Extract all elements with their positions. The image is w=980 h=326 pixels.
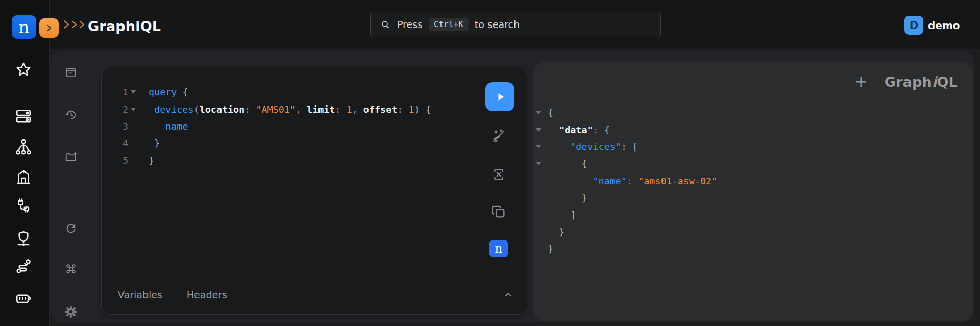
nautobot-plugin-button[interactable]: n bbox=[489, 240, 508, 257]
power-panel-icon[interactable] bbox=[14, 289, 33, 308]
code-text: } bbox=[137, 138, 160, 148]
keyboard-shortcuts-command-icon[interactable] bbox=[64, 262, 78, 275]
search-input[interactable]: Press Ctrl+K to search bbox=[370, 12, 661, 37]
avatar: D bbox=[904, 16, 923, 35]
code-text: } bbox=[548, 227, 565, 237]
tab-variables[interactable]: Variables bbox=[118, 289, 162, 300]
code-text: devices(location: "AMS01", limit: 1, off… bbox=[137, 104, 431, 115]
nautobot-graphiql-page: n GraphiQL Press Ctrl+K to search D demo bbox=[0, 0, 980, 326]
chevron-up-icon[interactable] bbox=[503, 290, 513, 300]
search-icon bbox=[380, 19, 391, 30]
code-text: "devices": [ bbox=[548, 141, 638, 152]
merge-fragments-icon[interactable] bbox=[490, 166, 507, 185]
editor-footer: Variables Headers bbox=[102, 275, 527, 314]
automation-route-icon[interactable] bbox=[14, 257, 33, 275]
prettify-query-icon[interactable] bbox=[490, 128, 507, 147]
code-line: "devices": [ bbox=[533, 138, 973, 155]
code-line: } bbox=[533, 240, 973, 257]
code-text: name bbox=[137, 121, 188, 132]
fold-toggle-icon[interactable] bbox=[536, 145, 548, 148]
organization-building-icon[interactable] bbox=[14, 168, 33, 186]
fold-toggle-icon[interactable] bbox=[129, 90, 137, 94]
fold-toggle-icon[interactable] bbox=[536, 111, 548, 114]
fold-toggle-icon[interactable] bbox=[536, 162, 548, 165]
code-line: { bbox=[533, 155, 973, 172]
response-viewer: { "data": { "devices": [ { "name": "ams0… bbox=[533, 62, 973, 321]
chevron-right-icon bbox=[44, 23, 54, 33]
page-title: GraphiQL bbox=[88, 18, 161, 34]
code-text: "name": "ams01-asw-02" bbox=[548, 175, 717, 186]
code-text: { bbox=[548, 107, 553, 118]
code-line: 3 name bbox=[102, 118, 476, 135]
query-editor[interactable]: 1query {2 devices(location: "AMS01", lim… bbox=[102, 84, 476, 169]
play-icon bbox=[493, 90, 507, 104]
code-line: } bbox=[533, 223, 973, 240]
docs-explorer-icon[interactable] bbox=[64, 66, 78, 79]
copy-query-icon[interactable] bbox=[490, 203, 507, 222]
code-text: "data": { bbox=[548, 124, 610, 135]
line-number: 5 bbox=[102, 155, 128, 166]
search-placeholder-after: to search bbox=[475, 19, 520, 30]
username: demo bbox=[928, 19, 960, 32]
app-sidebar bbox=[0, 0, 50, 326]
code-text: { bbox=[548, 158, 587, 169]
code-line: 5} bbox=[102, 152, 476, 169]
code-text: } bbox=[548, 192, 587, 203]
line-number: 1 bbox=[102, 87, 128, 97]
cables-connections-icon[interactable] bbox=[14, 196, 33, 215]
code-line: } bbox=[533, 189, 973, 206]
code-line: "name": "ams01-asw-02" bbox=[533, 172, 973, 189]
sidebar-toggle-button[interactable] bbox=[39, 18, 59, 38]
breadcrumb-marker bbox=[63, 19, 86, 30]
devices-racks-icon[interactable] bbox=[14, 107, 33, 126]
tab-headers[interactable]: Headers bbox=[187, 289, 227, 300]
fold-toggle-icon[interactable] bbox=[129, 108, 137, 111]
refetch-schema-icon[interactable] bbox=[64, 222, 78, 235]
query-editor-panel: 1query {2 devices(location: "AMS01", lim… bbox=[101, 67, 527, 315]
code-text: query { bbox=[137, 87, 188, 97]
network-topology-icon[interactable] bbox=[14, 138, 33, 156]
fold-toggle-icon[interactable] bbox=[536, 128, 548, 132]
user-menu[interactable]: D demo bbox=[904, 16, 960, 35]
search-hotkey-chip: Ctrl+K bbox=[429, 18, 469, 31]
search-placeholder-before: Press bbox=[397, 19, 423, 30]
code-text: ] bbox=[548, 210, 576, 220]
response-panel: + GraphiQL { "data": { "devices": [ { "n… bbox=[533, 62, 973, 321]
settings-gear-icon[interactable] bbox=[63, 304, 79, 319]
history-icon[interactable] bbox=[64, 108, 78, 121]
code-line: 4 } bbox=[102, 135, 476, 152]
line-number: 3 bbox=[102, 121, 128, 132]
saved-queries-folder-plus-icon[interactable] bbox=[64, 151, 78, 164]
code-line: 1query { bbox=[102, 84, 476, 101]
code-text: } bbox=[137, 155, 154, 166]
execute-query-button[interactable] bbox=[485, 82, 514, 111]
code-line: { bbox=[533, 104, 973, 121]
security-shield-icon[interactable] bbox=[14, 230, 33, 248]
line-number: 4 bbox=[102, 138, 128, 148]
code-text: } bbox=[548, 243, 553, 254]
code-line: ] bbox=[533, 206, 973, 223]
code-line: 2 devices(location: "AMS01", limit: 1, o… bbox=[102, 101, 476, 117]
line-number: 2 bbox=[102, 104, 128, 115]
favorites-star-icon[interactable] bbox=[15, 61, 32, 79]
code-line: "data": { bbox=[533, 121, 973, 138]
nautobot-logo[interactable]: n bbox=[12, 15, 36, 39]
